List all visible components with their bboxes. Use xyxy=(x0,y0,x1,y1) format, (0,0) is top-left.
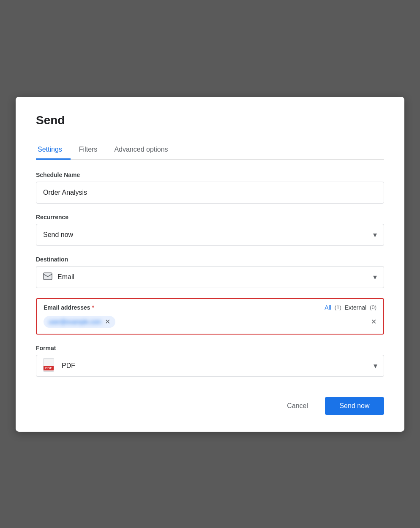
destination-value: Email xyxy=(57,273,377,281)
format-section: Format PDF PDF ▾ xyxy=(36,345,384,377)
svg-rect-0 xyxy=(44,273,52,280)
email-addresses-label: Email addresses xyxy=(44,304,90,311)
filter-all-count: (1) xyxy=(335,304,341,310)
email-chips-row: user@example.com ✕ ✕ xyxy=(44,315,376,334)
email-chip-close-icon[interactable]: ✕ xyxy=(105,318,110,325)
send-dialog: Send Settings Filters Advanced options S… xyxy=(16,97,404,432)
destination-select-wrapper: Email ▾ xyxy=(36,266,384,288)
email-addresses-section: Email addresses * All (1) External (0) u… xyxy=(36,298,384,335)
pdf-badge-text: PDF xyxy=(44,366,54,370)
destination-label: Destination xyxy=(36,256,384,263)
filter-external-count: (0) xyxy=(370,304,376,310)
format-value: PDF xyxy=(62,362,377,370)
tab-advanced-options[interactable]: Advanced options xyxy=(106,141,176,160)
send-now-button[interactable]: Send now xyxy=(325,397,384,415)
email-filter-row: All (1) External (0) xyxy=(325,304,376,311)
email-clear-icon[interactable]: ✕ xyxy=(371,318,376,326)
destination-section: Destination Email ▾ xyxy=(36,256,384,288)
recurrence-select[interactable]: Send now ▾ xyxy=(36,224,384,246)
schedule-name-section: Schedule Name xyxy=(36,171,384,204)
recurrence-value: Send now xyxy=(43,231,377,239)
destination-select[interactable]: Email ▾ xyxy=(36,266,384,288)
email-icon xyxy=(43,272,52,282)
email-required-marker: * xyxy=(92,304,94,311)
dialog-footer: Cancel Send now xyxy=(36,390,384,415)
filter-external-button[interactable]: External xyxy=(345,304,366,311)
email-chip-text: user@example.com xyxy=(49,318,101,325)
recurrence-label: Recurrence xyxy=(36,214,384,220)
dialog-title: Send xyxy=(36,114,384,127)
pdf-file-icon: PDF xyxy=(43,358,57,373)
format-label: Format xyxy=(36,345,384,351)
schedule-name-input[interactable] xyxy=(36,182,384,204)
format-select[interactable]: PDF PDF ▾ xyxy=(36,355,384,377)
recurrence-section: Recurrence Send now ▾ xyxy=(36,214,384,246)
tab-filters[interactable]: Filters xyxy=(71,141,106,160)
recurrence-select-wrapper: Send now ▾ xyxy=(36,224,384,246)
email-label-row: Email addresses * xyxy=(44,304,94,311)
schedule-name-label: Schedule Name xyxy=(36,171,384,178)
tab-settings[interactable]: Settings xyxy=(36,141,71,160)
cancel-button[interactable]: Cancel xyxy=(277,397,318,415)
email-chip: user@example.com ✕ xyxy=(44,316,115,328)
filter-all-button[interactable]: All xyxy=(325,304,331,311)
email-addresses-header: Email addresses * All (1) External (0) xyxy=(44,304,376,311)
tab-bar: Settings Filters Advanced options xyxy=(36,141,384,160)
format-select-wrapper: PDF PDF ▾ xyxy=(36,355,384,377)
